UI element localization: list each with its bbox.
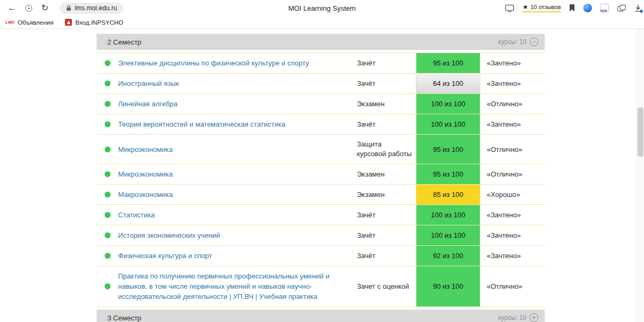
course-link[interactable]: Практика по получению первичных професси… <box>118 272 330 301</box>
score-cell: 95 из 100 <box>416 53 480 73</box>
assessment-type: Зачёт <box>357 54 416 73</box>
lock-icon <box>66 5 71 11</box>
extension-new-icon[interactable]: NEW <box>600 4 609 12</box>
vertical-scrollbar <box>636 29 644 322</box>
table-row: Микроэкономика Экзамен 95 из 100 «Отличн… <box>97 164 545 185</box>
table-row: Макроэкономика Экзамен 85 из 100 «Хорошо… <box>97 185 545 205</box>
semester-3-header: 3 Семестр курсы: 10 + <box>97 310 545 322</box>
course-status <box>97 60 118 66</box>
courses-count: курсы: 10 <box>498 314 526 321</box>
course-status <box>97 171 118 177</box>
inpsycho-favicon <box>65 19 72 26</box>
green-dot-icon <box>105 101 111 107</box>
semester-label: 2 Семестр <box>107 38 141 46</box>
grade-label: «Зачтено» <box>480 211 545 219</box>
course-status <box>97 283 118 289</box>
course-link[interactable]: Макроэкономика <box>118 191 173 199</box>
expand-icon[interactable]: + <box>530 313 538 322</box>
assessment-type: Защита курсовой работы <box>357 135 416 164</box>
green-dot-icon <box>105 283 111 289</box>
grades-page: 2 Семестр курсы: 10 − Элективные дисципл… <box>97 29 545 322</box>
course-status <box>97 101 118 107</box>
green-dot-icon <box>105 232 111 238</box>
back-icon[interactable]: ← <box>8 4 16 12</box>
assessment-type: Зачёт <box>357 74 416 93</box>
bookmark-flag-icon[interactable] <box>569 4 575 12</box>
browser-menu-icon[interactable] <box>25 5 32 12</box>
course-status <box>97 121 118 127</box>
green-dot-icon <box>105 253 111 259</box>
assessment-type: Зачет с оценкой <box>357 277 416 296</box>
bookmark-announcements[interactable]: LMS Объявления <box>5 19 53 26</box>
course-status <box>97 192 118 197</box>
reviews-rating[interactable]: ★ 10 отзывов <box>522 4 561 12</box>
course-link[interactable]: Элективные дисциплины по физической куль… <box>118 59 309 67</box>
page-title: MOI Learning System <box>288 4 356 12</box>
assessment-type: Экзамен <box>357 94 416 114</box>
score-cell: 92 из 100 <box>416 246 480 266</box>
bookmark-inpsycho[interactable]: Вход.INPSYCHO <box>65 19 123 26</box>
grade-label: «Отлично» <box>480 282 545 290</box>
table-row: Теория вероятностей и математическая ста… <box>97 114 545 135</box>
score-cell: 100 из 100 <box>416 225 480 245</box>
grade-label: «Зачтено» <box>480 120 545 128</box>
grade-label: «Зачтено» <box>480 231 545 239</box>
course-link[interactable]: Иностранный язык <box>118 79 179 87</box>
assessment-type: Зачёт <box>357 115 416 134</box>
assessment-type: Экзамен <box>357 165 416 184</box>
grade-label: «Зачтено» <box>480 59 545 67</box>
screen-cast-icon[interactable] <box>505 4 514 12</box>
assessment-type: Зачёт <box>357 226 416 245</box>
green-dot-icon <box>105 171 111 177</box>
score-cell: 90 из 100 <box>416 266 480 306</box>
downloads-icon[interactable] <box>634 4 642 12</box>
bookmarks-bar: LMS Объявления Вход.INPSYCHO <box>0 16 644 29</box>
green-dot-icon <box>105 60 111 66</box>
green-dot-icon <box>105 212 111 218</box>
course-link[interactable]: Микроэкономика <box>118 170 173 178</box>
collections-icon[interactable] <box>617 4 626 12</box>
refresh-icon[interactable]: ↻ <box>41 4 48 12</box>
grades-table: Элективные дисциплины по физической куль… <box>97 53 545 307</box>
grade-label: «Хорошо» <box>480 191 545 199</box>
star-icon: ★ <box>522 4 528 10</box>
reviews-count: 10 отзывов <box>530 4 561 10</box>
course-status <box>97 212 118 218</box>
green-dot-icon <box>105 192 111 197</box>
course-link[interactable]: Теория вероятностей и математическая ста… <box>118 120 286 128</box>
courses-count: курсы: 10 <box>498 38 526 46</box>
course-status <box>97 80 118 86</box>
table-row: Физическая культура и спорт Зачёт 92 из … <box>97 246 545 266</box>
scrollbar-thumb[interactable] <box>638 107 643 157</box>
url-text: lms.moi.edu.ru <box>75 4 117 12</box>
table-row: Микроэкономика Защита курсовой работы 95… <box>97 135 545 164</box>
score-cell: 100 из 100 <box>416 205 480 225</box>
browser-toolbar: ← ↻ lms.moi.edu.ru MOI Learning System ★… <box>0 0 644 16</box>
grade-label: «Отлично» <box>480 100 545 108</box>
score-cell: 100 из 100 <box>416 114 480 134</box>
table-row: Иностранный язык Зачёт 64 из 100 «Зачтен… <box>97 74 545 94</box>
course-link[interactable]: Микроэкономика <box>118 145 173 153</box>
course-status <box>97 232 118 238</box>
semester-2-header: 2 Семестр курсы: 10 − <box>97 34 545 50</box>
new-badge: NEW <box>601 9 608 12</box>
score-cell: 95 из 100 <box>416 135 480 164</box>
course-link[interactable]: Статистика <box>118 211 155 219</box>
score-cell: 100 из 100 <box>416 94 480 114</box>
course-status <box>97 147 118 152</box>
score-cell: 64 из 100 <box>416 74 480 93</box>
grade-label: «Отлично» <box>480 145 545 153</box>
course-link[interactable]: Линейная алгебра <box>118 100 178 108</box>
course-link[interactable]: История экономических учений <box>118 231 220 239</box>
grade-label: «Отлично» <box>480 170 545 178</box>
assessment-type: Экзамен <box>357 185 416 204</box>
collapse-icon[interactable]: − <box>530 38 538 46</box>
semester-label: 3 Семестр <box>107 314 141 322</box>
table-row: Элективные дисциплины по физической куль… <box>97 53 545 74</box>
course-link[interactable]: Физическая культура и спорт <box>118 252 212 260</box>
address-bar[interactable]: lms.moi.edu.ru <box>60 3 123 14</box>
extension-browser-icon[interactable] <box>583 4 592 12</box>
lms-favicon: LMS <box>5 20 14 25</box>
table-row: Практика по получению первичных професси… <box>97 266 545 307</box>
green-dot-icon <box>105 147 111 152</box>
